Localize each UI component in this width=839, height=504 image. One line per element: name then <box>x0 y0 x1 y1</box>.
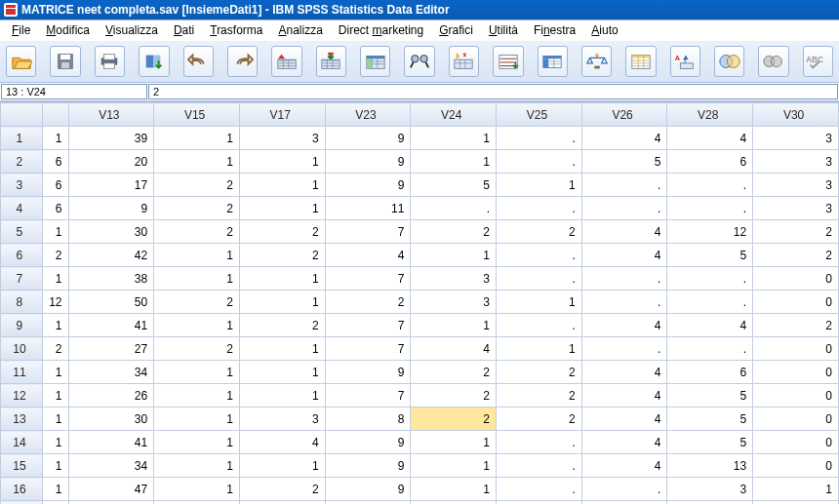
data-cell[interactable]: 12 <box>42 291 68 314</box>
data-cell[interactable]: 1 <box>411 431 497 454</box>
data-cell[interactable]: . <box>581 174 667 197</box>
menu-file[interactable]: File <box>4 23 38 37</box>
data-cell[interactable]: 1 <box>154 267 240 291</box>
select-cases-icon[interactable] <box>625 46 656 77</box>
col-header[interactable]: V23 <box>325 103 411 127</box>
data-cell[interactable]: 2 <box>154 220 240 244</box>
row-header[interactable]: 5 <box>1 220 43 244</box>
data-cell[interactable]: 3 <box>753 127 839 150</box>
use-sets-icon[interactable] <box>714 46 744 77</box>
data-cell[interactable]: 2 <box>239 220 325 244</box>
data-cell[interactable]: . <box>667 267 753 291</box>
data-cell[interactable]: 47 <box>68 478 154 501</box>
menu-trasforma[interactable]: Trasforma <box>202 23 270 37</box>
data-cell[interactable]: 4 <box>581 244 667 267</box>
data-cell[interactable]: 3 <box>411 267 497 291</box>
data-cell[interactable]: 1 <box>411 314 497 337</box>
data-cell[interactable]: 1 <box>239 291 325 314</box>
data-cell[interactable]: 2 <box>154 337 240 361</box>
data-cell[interactable]: 0 <box>753 291 839 314</box>
split-file-icon[interactable] <box>538 46 568 77</box>
data-cell[interactable]: 6 <box>42 197 68 220</box>
data-cell[interactable]: 2 <box>411 220 497 244</box>
data-cell[interactable]: 3 <box>753 150 839 174</box>
data-cell[interactable]: 34 <box>68 361 154 384</box>
data-cell[interactable]: 0 <box>753 361 839 384</box>
data-cell[interactable]: 1 <box>154 244 240 267</box>
data-cell[interactable]: 3 <box>753 197 839 220</box>
data-cell[interactable]: 2 <box>411 361 497 384</box>
data-cell[interactable]: 2 <box>497 384 582 407</box>
data-cell[interactable]: 4 <box>581 127 667 150</box>
data-cell[interactable]: 5 <box>667 244 753 267</box>
col-header[interactable]: V25 <box>497 103 582 127</box>
data-cell[interactable]: 4 <box>411 501 497 505</box>
data-cell[interactable]: 1 <box>42 361 68 384</box>
data-cell[interactable]: 1 <box>497 174 582 197</box>
data-cell[interactable]: 13 <box>667 454 753 478</box>
data-cell[interactable]: 8 <box>325 407 411 431</box>
data-cell[interactable]: 2 <box>497 361 582 384</box>
data-cell[interactable]: 1 <box>239 361 325 384</box>
data-cell[interactable]: . <box>667 501 753 505</box>
data-cell[interactable]: 2 <box>42 337 68 361</box>
data-cell[interactable]: . <box>581 478 667 501</box>
data-cell[interactable]: 20 <box>68 150 154 174</box>
data-cell[interactable]: . <box>581 337 667 361</box>
data-cell[interactable]: 0 <box>753 454 839 478</box>
data-cell[interactable]: 2 <box>154 174 240 197</box>
data-cell[interactable]: 0 <box>753 431 839 454</box>
data-cell[interactable]: 9 <box>325 361 411 384</box>
data-cell[interactable]: . <box>581 267 667 291</box>
data-cell[interactable]: 2 <box>42 501 68 505</box>
data-cell[interactable]: 5 <box>667 431 753 454</box>
data-cell[interactable]: 6 <box>667 150 753 174</box>
data-cell[interactable]: 1 <box>154 454 240 478</box>
data-cell[interactable]: 2 <box>154 291 240 314</box>
row-header[interactable]: 9 <box>1 314 43 337</box>
cell-value-box[interactable]: 2 <box>148 84 838 99</box>
data-cell[interactable]: . <box>497 431 582 454</box>
data-cell[interactable]: 30 <box>68 407 154 431</box>
menu-visualizza[interactable]: Visualizza <box>98 23 166 37</box>
data-cell[interactable]: 1 <box>154 127 240 150</box>
data-cell[interactable]: 1 <box>239 150 325 174</box>
data-cell[interactable]: . <box>667 337 753 361</box>
data-cell[interactable]: 1 <box>154 478 240 501</box>
data-cell[interactable]: 1 <box>497 501 582 505</box>
data-cell[interactable]: 6 <box>42 150 68 174</box>
insert-case-icon[interactable] <box>449 46 479 77</box>
col-header[interactable]: V24 <box>411 103 497 127</box>
data-cell[interactable]: 1 <box>411 454 497 478</box>
spellcheck-icon[interactable]: ABC <box>803 46 833 77</box>
data-cell[interactable]: 1 <box>42 127 68 150</box>
data-cell[interactable]: 1 <box>753 501 839 505</box>
data-cell[interactable]: 3 <box>753 174 839 197</box>
data-cell[interactable]: 1 <box>42 267 68 291</box>
data-cell[interactable]: 9 <box>325 150 411 174</box>
data-cell[interactable]: 1 <box>411 244 497 267</box>
data-cell[interactable]: 1 <box>42 431 68 454</box>
data-cell[interactable]: 0 <box>753 337 839 361</box>
data-cell[interactable]: 1 <box>42 454 68 478</box>
data-cell[interactable]: 1 <box>154 361 240 384</box>
data-cell[interactable]: 4 <box>667 127 753 150</box>
data-cell[interactable]: . <box>581 501 667 505</box>
data-cell[interactable]: 41 <box>68 431 154 454</box>
row-header[interactable]: 2 <box>1 150 43 174</box>
data-cell[interactable]: 6 <box>667 361 753 384</box>
data-cell[interactable]: 7 <box>325 384 411 407</box>
redo-icon[interactable] <box>227 46 258 77</box>
find-icon[interactable] <box>404 46 434 77</box>
row-header[interactable]: 4 <box>1 197 43 220</box>
data-cell[interactable]: 2 <box>42 244 68 267</box>
data-cell[interactable]: 1 <box>42 478 68 501</box>
data-cell[interactable]: 41 <box>68 314 154 337</box>
data-cell[interactable]: 2 <box>239 244 325 267</box>
data-cell[interactable]: 50 <box>68 291 154 314</box>
data-cell[interactable]: 1 <box>239 337 325 361</box>
data-cell[interactable]: . <box>667 174 753 197</box>
data-cell[interactable]: 39 <box>68 127 154 150</box>
data-cell[interactable]: 4 <box>581 454 667 478</box>
data-cell[interactable]: 1 <box>497 337 582 361</box>
